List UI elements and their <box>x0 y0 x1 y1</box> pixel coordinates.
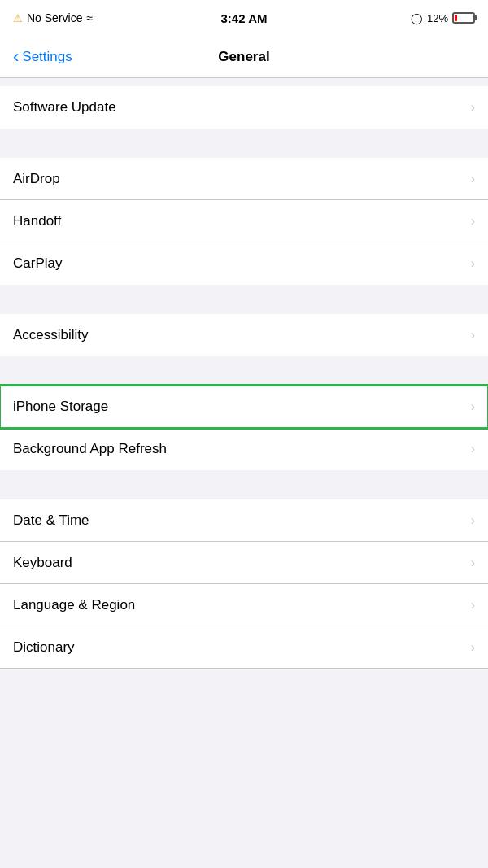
carplay-label: CarPlay <box>13 255 62 272</box>
settings-item-iphone-storage[interactable]: iPhone Storage › <box>0 386 488 428</box>
chevron-right-icon: › <box>471 172 475 186</box>
warning-icon: ⚠ <box>13 12 23 24</box>
back-label: Settings <box>22 49 72 65</box>
dictionary-label: Dictionary <box>13 639 75 656</box>
airdrop-label: AirDrop <box>13 171 60 187</box>
page-title: General <box>218 49 269 65</box>
section-gap-3 <box>0 285 488 314</box>
software-update-label: Software Update <box>13 99 116 116</box>
nav-bar: ‹ Settings General <box>0 36 488 78</box>
settings-group-1: Software Update › <box>0 86 488 129</box>
battery-fill <box>455 15 457 21</box>
settings-item-software-update[interactable]: Software Update › <box>0 86 488 129</box>
wifi-icon: ≈ <box>86 11 93 24</box>
section-gap-1 <box>0 78 488 86</box>
iphone-storage-label: iPhone Storage <box>13 399 108 415</box>
battery-shell <box>452 12 475 24</box>
no-service-text: No Service <box>27 11 82 24</box>
back-chevron-icon: ‹ <box>13 48 19 66</box>
chevron-right-icon: › <box>471 399 475 414</box>
date-time-label: Date & Time <box>13 513 89 529</box>
settings-item-dictionary[interactable]: Dictionary › <box>0 626 488 669</box>
settings-group-4: iPhone Storage › Background App Refresh … <box>0 386 488 470</box>
battery-percent-text: 12% <box>427 12 448 24</box>
settings-group-5: Date & Time › Keyboard › Language & Regi… <box>0 499 488 669</box>
chevron-right-icon: › <box>471 556 475 570</box>
language-region-label: Language & Region <box>13 597 135 613</box>
keyboard-label: Keyboard <box>13 555 72 571</box>
settings-item-handoff[interactable]: Handoff › <box>0 200 488 242</box>
chevron-right-icon: › <box>471 100 475 115</box>
settings-item-language-region[interactable]: Language & Region › <box>0 584 488 626</box>
background-app-refresh-label: Background App Refresh <box>13 441 167 457</box>
chevron-right-icon: › <box>471 328 475 342</box>
lock-icon: ◯ <box>411 12 423 24</box>
status-left: ⚠ No Service ≈ <box>13 11 93 24</box>
section-gap-4 <box>0 356 488 386</box>
settings-group-2: AirDrop › Handoff › CarPlay › <box>0 158 488 285</box>
handoff-label: Handoff <box>13 213 61 229</box>
battery-indicator <box>452 12 475 24</box>
back-button[interactable]: ‹ Settings <box>13 48 72 66</box>
chevron-right-icon: › <box>471 513 475 528</box>
settings-group-3: Accessibility › <box>0 314 488 356</box>
settings-item-background-app-refresh[interactable]: Background App Refresh › <box>0 428 488 470</box>
accessibility-label: Accessibility <box>13 327 89 343</box>
settings-item-carplay[interactable]: CarPlay › <box>0 242 488 285</box>
chevron-right-icon: › <box>471 214 475 229</box>
section-gap-2 <box>0 129 488 158</box>
chevron-right-icon: › <box>471 640 475 655</box>
settings-item-airdrop[interactable]: AirDrop › <box>0 158 488 200</box>
chevron-right-icon: › <box>471 598 475 613</box>
section-gap-5 <box>0 470 488 499</box>
status-bar: ⚠ No Service ≈ 3:42 AM ◯ 12% <box>0 0 488 36</box>
chevron-right-icon: › <box>471 256 475 271</box>
status-time: 3:42 AM <box>221 11 268 25</box>
chevron-right-icon: › <box>471 442 475 456</box>
settings-item-date-time[interactable]: Date & Time › <box>0 499 488 542</box>
settings-item-accessibility[interactable]: Accessibility › <box>0 314 488 356</box>
settings-item-keyboard[interactable]: Keyboard › <box>0 542 488 584</box>
status-right: ◯ 12% <box>411 12 475 24</box>
